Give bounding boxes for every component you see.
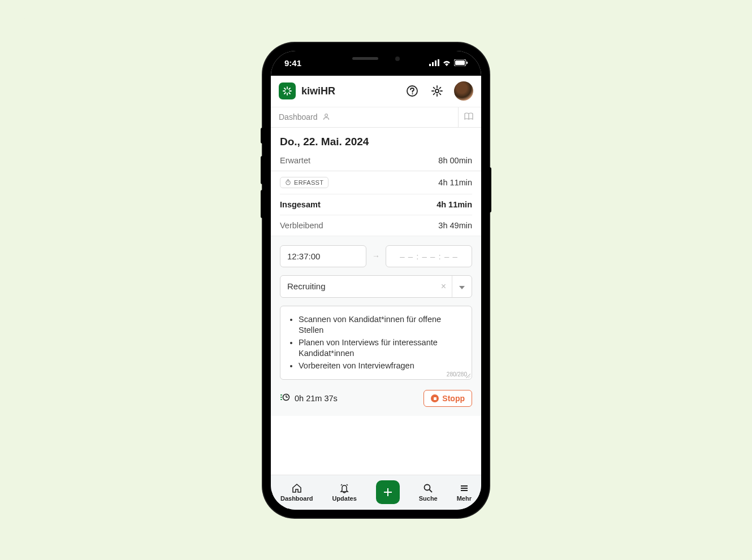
wifi-icon [442,58,451,68]
notch [325,51,427,67]
svg-line-11 [284,88,286,89]
bottom-nav: Dashboard Updates Suche [271,475,481,510]
content: Do., 22. Mai. 2024 Erwartet 8h 00min ERF… [271,128,481,475]
timer-row: 0h 21m 37s Stopp [280,390,472,407]
stopwatch-icon [285,179,291,185]
phone-frame: 9:41 kiwiHR [263,43,489,518]
nav-updates-label: Updates [332,495,356,502]
help-icon[interactable] [405,84,419,98]
avatar[interactable] [454,81,473,101]
nav-dashboard-label: Dashboard [280,495,313,502]
battery-icon [454,58,468,68]
signal-icon [429,58,439,68]
chevron-down-icon[interactable] [452,276,472,297]
menu-icon [459,483,470,494]
remaining-value: 3h 49min [438,221,472,230]
resize-handle-icon[interactable] [466,374,470,378]
brand-name: kiwiHR [301,85,335,97]
start-time-input[interactable]: 12:37:00 [280,245,366,267]
char-count: 280/280 [447,371,467,377]
search-icon [422,483,434,494]
stop-button[interactable]: Stopp [423,390,472,407]
svg-line-14 [284,93,286,94]
tracked-chip: ERFASST [280,177,329,188]
notes-textarea[interactable]: Scannen von Kandidat*innen für offene St… [280,306,472,380]
nav-search-label: Suche [419,495,438,502]
svg-rect-6 [466,62,468,64]
note-item: Scannen von Kandidat*innen für offene St… [299,314,464,336]
date-title: Do., 22. Mai. 2024 [271,128,481,150]
clear-icon[interactable]: × [435,281,452,292]
home-icon [291,483,302,494]
svg-line-28 [341,484,342,485]
svg-point-18 [325,114,327,116]
svg-line-12 [289,93,290,94]
stop-icon [431,394,439,402]
note-item: Planen von Interviews für interessante K… [299,337,464,359]
end-time-input[interactable]: – – : – – : – – [386,245,472,267]
timer-elapsed: 0h 21m 37s [295,394,338,403]
breadcrumb-title: Dashboard [279,112,318,121]
brand-logo-icon [279,83,296,99]
svg-rect-2 [435,60,436,66]
row-tracked: ERFASST 4h 11min [271,171,481,194]
total-value: 4h 11min [436,200,472,209]
stop-label: Stopp [442,394,465,403]
status-time: 9:41 [284,58,301,68]
svg-rect-1 [432,62,434,66]
tracked-value: 4h 11min [438,178,472,187]
sub-header: Dashboard [271,107,481,128]
timer-icon [280,392,290,405]
nav-dashboard[interactable]: Dashboard [280,483,313,502]
nav-more[interactable]: Mehr [457,483,472,502]
expected-value: 8h 00min [438,156,472,165]
nav-search[interactable]: Suche [419,483,438,502]
svg-line-33 [430,490,433,493]
plus-icon [382,487,394,498]
screen: 9:41 kiwiHR [271,51,481,510]
form-area: 12:37:00 → – – : – – : – – Recruiting × [271,236,481,416]
nav-updates[interactable]: Updates [332,483,356,502]
svg-point-19 [286,180,291,185]
project-select-value: Recruiting [280,276,435,297]
svg-point-32 [425,485,430,490]
book-icon[interactable] [464,112,473,122]
svg-line-29 [347,484,348,485]
app-header: kiwiHR [271,76,481,107]
total-label: Insgesamt [280,200,321,209]
expected-label: Erwartet [280,156,310,165]
note-item: Vorbereiten von Interviewfragen [299,361,464,372]
row-total: Insgesamt 4h 11min [271,194,481,215]
gear-icon[interactable] [430,84,444,98]
add-button[interactable] [376,480,400,504]
row-remaining: Verbleibend 3h 49min [271,215,481,236]
bell-icon [339,483,350,494]
row-expected: Erwartet 8h 00min [271,150,481,171]
project-select[interactable]: Recruiting × [280,275,472,298]
arrow-right-icon: → [372,251,380,261]
svg-rect-3 [438,59,439,66]
svg-line-13 [289,88,290,89]
svg-rect-0 [429,64,431,66]
nav-more-label: Mehr [457,495,472,502]
svg-point-16 [412,93,413,94]
stage: 9:41 kiwiHR [14,15,738,546]
svg-point-17 [435,89,439,93]
person-icon [322,112,330,122]
tracked-chip-label: ERFASST [294,179,323,186]
svg-rect-5 [455,60,465,65]
remaining-label: Verbleibend [280,221,323,230]
